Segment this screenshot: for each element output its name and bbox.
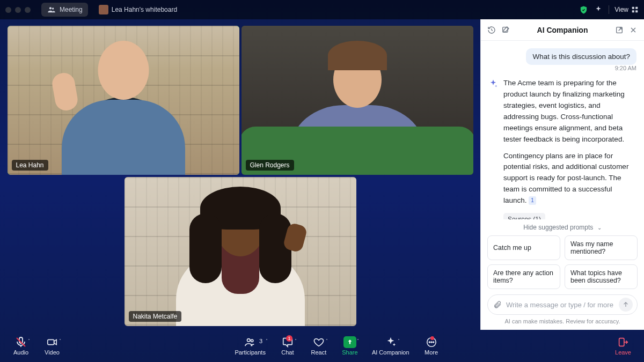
svg-point-0: [49, 7, 52, 9]
close-dot[interactable]: [5, 7, 11, 13]
titlebar: Meeting Lea Hahn's whiteboard View: [0, 0, 644, 19]
whiteboard-tab[interactable]: Lea Hahn's whiteboard: [93, 3, 182, 17]
chevron-up-icon: ˄: [357, 338, 359, 343]
control-label: Video: [45, 349, 60, 356]
chevron-up-icon: ˄: [28, 338, 30, 343]
maximize-dot[interactable]: [25, 7, 31, 13]
leave-button[interactable]: Leave: [610, 334, 636, 358]
participant-name: Lea Hahn: [12, 160, 48, 171]
control-label: Chat: [281, 349, 294, 356]
chevron-down-icon: ⌄: [597, 225, 602, 231]
chevron-up-icon: ˄: [59, 338, 61, 343]
audio-button[interactable]: ˄ Audio: [8, 334, 34, 358]
leave-icon: [616, 336, 630, 348]
chevron-up-icon: ˄: [398, 338, 400, 343]
react-button[interactable]: ˄ React: [305, 334, 332, 358]
microphone-muted-icon: ˄: [14, 336, 28, 348]
meeting-tab[interactable]: Meeting: [41, 3, 88, 17]
chevron-up-icon: ˄: [266, 338, 268, 343]
svg-rect-3: [635, 7, 638, 9]
video-icon: ˄: [45, 336, 59, 348]
ai-companion-button[interactable]: ˄ AI Companion: [368, 334, 414, 358]
history-icon[interactable]: [487, 26, 496, 34]
meeting-tab-label: Meeting: [60, 6, 83, 13]
suggested-prompt[interactable]: Was my name mentioned?: [565, 235, 638, 260]
timestamp: 9:20 AM: [488, 65, 636, 71]
svg-rect-5: [635, 10, 638, 12]
shield-icon[interactable]: [579, 5, 588, 14]
svg-point-18: [433, 342, 434, 343]
share-icon: [343, 336, 356, 348]
avatar: [99, 5, 108, 14]
participants-button[interactable]: 3 ˄ Participants: [230, 334, 269, 358]
ai-companion-panel: AI Companion What is this discussion abo…: [480, 19, 644, 330]
composer: [487, 294, 638, 315]
suggested-prompt[interactable]: What topics have been discussed?: [565, 264, 638, 289]
control-label: Leave: [615, 349, 631, 356]
more-button[interactable]: More: [418, 334, 445, 358]
control-label: Share: [342, 349, 357, 356]
video-tile[interactable]: Nakita Metcalfe: [125, 177, 356, 326]
participant-name: Nakita Metcalfe: [129, 311, 182, 322]
control-label: Audio: [13, 349, 28, 356]
control-label: Participants: [235, 349, 265, 356]
participants-icon: [47, 5, 56, 14]
participant-name: Glen Rodgers: [246, 160, 294, 171]
chevron-up-icon: ˄: [326, 338, 328, 343]
heart-icon: ˄: [312, 336, 326, 348]
disclaimer: AI can make mistakes. Review for accurac…: [487, 318, 638, 324]
sources-chip[interactable]: Sources (1): [503, 213, 545, 219]
svg-point-17: [431, 342, 432, 343]
suggested-prompt[interactable]: Catch me up: [487, 235, 560, 260]
control-label: React: [311, 349, 327, 356]
popout-icon[interactable]: [615, 26, 624, 34]
ai-reply-paragraph: Contingency plans are in place for poten…: [503, 151, 636, 207]
divider: [609, 5, 609, 14]
user-message: What is this discussion about?: [526, 48, 636, 65]
svg-rect-2: [632, 7, 634, 9]
sparkle-icon: ˄: [384, 336, 398, 348]
window-controls: [5, 7, 31, 13]
send-button[interactable]: [619, 298, 633, 312]
svg-point-14: [251, 339, 253, 342]
control-label: AI Companion: [372, 349, 409, 356]
video-tile[interactable]: Lea Hahn: [8, 26, 239, 175]
sparkle-icon: [488, 79, 498, 88]
panel-title: AI Companion: [515, 26, 610, 34]
more-icon: [425, 336, 438, 348]
share-button[interactable]: ˄ Share: [336, 334, 363, 358]
control-label: More: [425, 349, 438, 356]
view-button[interactable]: View: [614, 6, 639, 13]
svg-rect-12: [48, 339, 54, 344]
svg-rect-19: [619, 338, 624, 346]
compose-icon[interactable]: [501, 26, 510, 34]
chat-icon: 1 ˄: [281, 336, 295, 348]
chat-button[interactable]: 1 ˄ Chat: [274, 334, 301, 358]
notification-dot: [430, 336, 434, 340]
video-tile[interactable]: Glen Rodgers: [241, 26, 473, 175]
video-grid: Lea Hahn Glen Rodgers: [0, 19, 480, 330]
participants-count: 3: [259, 338, 262, 344]
ai-reply-paragraph: The Acme team is preparing for the produ…: [503, 78, 636, 145]
video-button[interactable]: ˄ Video: [39, 334, 65, 358]
ai-reply: The Acme team is preparing for the produ…: [503, 78, 636, 219]
hide-prompts-toggle[interactable]: Hide suggested prompts ⌄: [487, 224, 638, 231]
chat-badge: 1: [286, 335, 292, 342]
sparkle-icon[interactable]: [594, 5, 603, 14]
minimize-dot[interactable]: [15, 7, 21, 13]
attachment-icon[interactable]: [493, 300, 502, 309]
meeting-controls: ˄ Audio ˄ Video 3 ˄ Participants: [0, 330, 644, 362]
view-label: View: [614, 6, 628, 13]
suggested-prompt[interactable]: Are there any action items?: [487, 264, 560, 289]
svg-point-13: [247, 339, 251, 342]
composer-input[interactable]: [506, 301, 614, 309]
grid-icon: [631, 6, 639, 13]
whiteboard-tab-label: Lea Hahn's whiteboard: [112, 6, 177, 13]
close-icon[interactable]: [629, 26, 638, 34]
citation-badge[interactable]: 1: [529, 196, 536, 205]
chevron-up-icon: ˄: [295, 338, 297, 343]
svg-point-1: [52, 8, 54, 9]
participants-icon: 3 ˄: [243, 336, 257, 348]
svg-point-16: [429, 342, 430, 343]
svg-rect-4: [632, 10, 634, 12]
